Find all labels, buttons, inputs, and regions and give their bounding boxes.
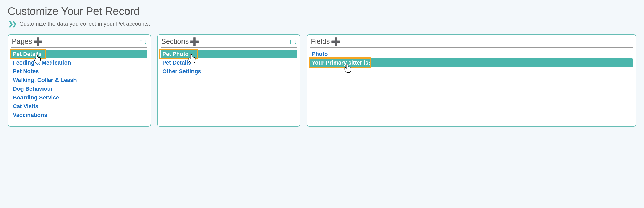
add-section-icon[interactable]: ➕: [190, 38, 199, 46]
fields-list: Photo Your Primary sitter is:: [310, 49, 633, 67]
highlight-annotation: [309, 57, 371, 68]
panel-pages-title: Pages: [12, 37, 32, 46]
move-page-up-icon[interactable]: ↑: [139, 38, 143, 46]
highlight-annotation: [159, 49, 198, 59]
pages-list-item[interactable]: Feeding & Medication: [11, 58, 147, 67]
pages-list-item[interactable]: Pet Notes: [11, 67, 147, 76]
pages-list: Pet Details Feeding & Medication Pet Not…: [11, 49, 147, 119]
panel-sections-title: Sections: [161, 37, 189, 46]
panel-sections: Sections ➕ ↑ ↓ Pet Photo Pet Details Oth…: [157, 34, 300, 127]
sections-list-item[interactable]: Pet Photo: [161, 50, 297, 58]
page-subtitle: Customize the data you collect in your P…: [19, 20, 150, 27]
move-section-up-icon[interactable]: ↑: [289, 38, 292, 46]
panel-fields: Fields ➕ Photo Your Primary sitter is:: [307, 34, 636, 127]
chevrons-right-icon: ❯❯: [8, 21, 15, 27]
fields-list-item[interactable]: Your Primary sitter is:: [310, 58, 633, 67]
page-subtitle-row: ❯❯ Customize the data you collect in you…: [8, 20, 636, 27]
pages-list-item[interactable]: Cat Visits: [11, 102, 147, 111]
pages-list-item[interactable]: Vaccinations: [11, 111, 147, 119]
move-page-down-icon[interactable]: ↓: [144, 38, 147, 46]
page-title: Customize Your Pet Record: [8, 5, 636, 17]
highlight-annotation: [10, 49, 46, 59]
add-field-icon[interactable]: ➕: [331, 38, 340, 46]
sections-list: Pet Photo Pet Details Other Settings: [161, 49, 297, 76]
move-section-down-icon[interactable]: ↓: [294, 38, 297, 46]
panel-sections-header: Sections ➕ ↑ ↓: [161, 37, 297, 48]
pages-list-item[interactable]: Walking, Collar & Leash: [11, 76, 147, 85]
pages-list-item[interactable]: Dog Behaviour: [11, 85, 147, 93]
fields-list-item[interactable]: Photo: [310, 50, 633, 58]
panel-fields-header: Fields ➕: [310, 37, 633, 48]
panel-pages-header: Pages ➕ ↑ ↓: [11, 37, 147, 48]
panels-row: Pages ➕ ↑ ↓ Pet Details Feeding & Medica…: [8, 34, 636, 127]
add-page-icon[interactable]: ➕: [33, 38, 42, 46]
pages-list-item[interactable]: Pet Details: [11, 50, 147, 58]
panel-fields-title: Fields: [311, 37, 330, 46]
panel-pages: Pages ➕ ↑ ↓ Pet Details Feeding & Medica…: [8, 34, 151, 127]
pages-list-item[interactable]: Boarding Service: [11, 93, 147, 102]
sections-list-item[interactable]: Other Settings: [161, 67, 297, 76]
sections-list-item[interactable]: Pet Details: [161, 58, 297, 67]
